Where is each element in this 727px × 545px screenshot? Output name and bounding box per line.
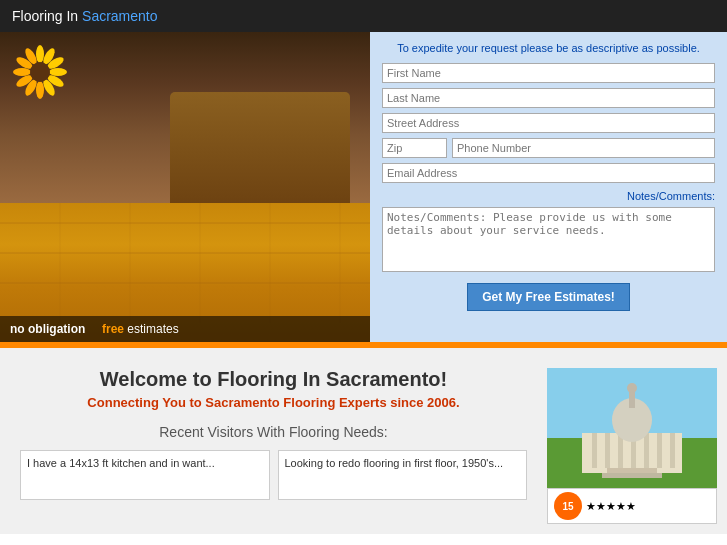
free-text: free — [102, 322, 124, 336]
header-text-plain: Flooring In — [12, 8, 82, 24]
bottom-section: Welcome to Flooring In Sacramento! Conne… — [0, 348, 727, 534]
couch-decoration — [170, 92, 350, 212]
top-section: no obligation free estimates To expedite… — [0, 32, 727, 342]
zip-input[interactable] — [382, 138, 447, 158]
first-name-input[interactable] — [382, 63, 715, 83]
visitor-card-2: Looking to redo flooring in first floor,… — [278, 450, 528, 500]
svg-point-12 — [30, 62, 50, 82]
site-header: Flooring In Sacramento — [0, 0, 727, 32]
svg-rect-28 — [644, 433, 649, 468]
notes-textarea[interactable] — [382, 207, 715, 272]
visitor-cards-container: I have a 14x13 ft kitchen and in want...… — [20, 450, 527, 500]
contact-form: To expedite your request please be as de… — [370, 32, 727, 342]
svg-point-9 — [13, 68, 31, 76]
street-address-input[interactable] — [382, 113, 715, 133]
svg-point-33 — [627, 383, 637, 393]
submit-button[interactable]: Get My Free Estimates! — [467, 283, 630, 311]
notes-label: Notes/Comments: — [382, 190, 715, 202]
svg-rect-29 — [657, 433, 662, 468]
svg-point-3 — [49, 68, 67, 76]
phone-input[interactable] — [452, 138, 715, 158]
form-title: To expedite your request please be as de… — [382, 42, 715, 54]
svg-rect-24 — [592, 433, 597, 468]
capitol-image — [547, 368, 717, 488]
header-text-blue: Sacramento — [82, 8, 157, 24]
no-obligation-text: no obligation — [10, 322, 85, 336]
rating-bar: 15 ★★★★★ — [547, 488, 717, 524]
rating-circle: 15 — [554, 492, 582, 520]
svg-rect-34 — [607, 468, 657, 473]
svg-rect-30 — [670, 433, 675, 468]
estimates-word: estimates — [127, 322, 178, 336]
last-name-input[interactable] — [382, 88, 715, 108]
email-input[interactable] — [382, 163, 715, 183]
svg-rect-35 — [602, 473, 662, 478]
bottom-right-image: 15 ★★★★★ — [547, 368, 717, 524]
rating-stars: ★★★★★ — [586, 500, 636, 513]
svg-point-0 — [36, 45, 44, 63]
hero-image: no obligation free estimates — [0, 32, 370, 342]
bottom-left-content: Welcome to Flooring In Sacramento! Conne… — [10, 368, 537, 524]
svg-point-6 — [36, 81, 44, 99]
sunflower-decoration — [10, 42, 80, 112]
image-caption: no obligation free estimates — [0, 316, 370, 342]
svg-rect-25 — [605, 433, 610, 468]
room-background — [0, 32, 370, 203]
welcome-title: Welcome to Flooring In Sacramento! — [20, 368, 527, 391]
welcome-subtitle: Connecting You to Sacramento Flooring Ex… — [20, 395, 527, 410]
visitor-card-1: I have a 14x13 ft kitchen and in want... — [20, 450, 270, 500]
recent-visitors-title: Recent Visitors With Flooring Needs: — [20, 424, 527, 440]
